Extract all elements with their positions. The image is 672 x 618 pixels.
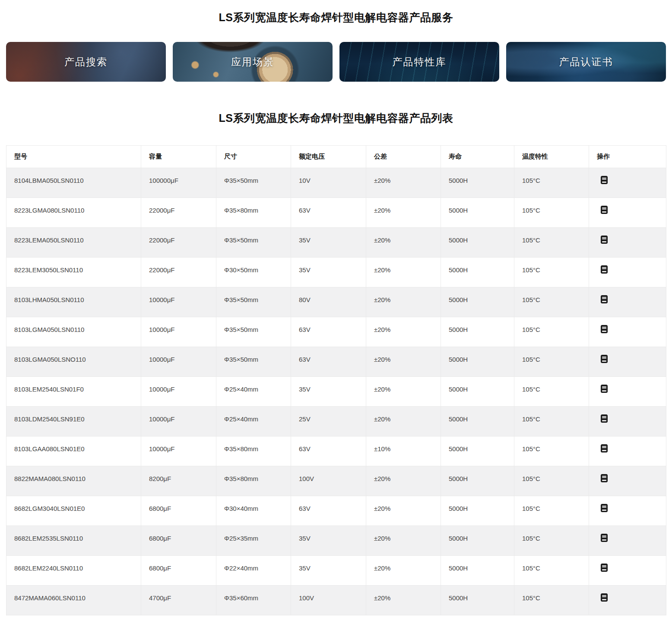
cell-size: Φ35×50mm bbox=[216, 347, 291, 377]
cell-size: Φ35×50mm bbox=[216, 228, 291, 258]
cell-tolerance: ±20% bbox=[366, 258, 441, 287]
view-detail-button[interactable] bbox=[601, 236, 608, 244]
book-icon bbox=[601, 295, 608, 303]
book-icon bbox=[601, 564, 608, 572]
cell-tolerance: ±20% bbox=[366, 287, 441, 317]
nav-card-application-scenarios[interactable]: 应用场景 bbox=[173, 42, 333, 82]
cell-action bbox=[589, 436, 666, 466]
cell-life: 5000H bbox=[441, 586, 514, 615]
cell-temp: 105°C bbox=[514, 198, 589, 228]
cell-capacity: 22000μF bbox=[141, 198, 216, 228]
cell-capacity: 8200μF bbox=[141, 466, 216, 496]
cell-temp: 105°C bbox=[514, 436, 589, 466]
cell-action bbox=[589, 228, 666, 258]
nav-card-label: 产品认证书 bbox=[559, 55, 613, 69]
view-detail-button[interactable] bbox=[601, 385, 608, 393]
cell-voltage: 35V bbox=[291, 377, 366, 407]
column-header-life: 寿命 bbox=[441, 146, 514, 168]
book-icon bbox=[601, 593, 608, 602]
cell-temp: 105°C bbox=[514, 556, 589, 586]
cell-size: Φ35×50mm bbox=[216, 287, 291, 317]
cell-life: 5000H bbox=[441, 258, 514, 287]
cell-capacity: 22000μF bbox=[141, 228, 216, 258]
book-icon bbox=[601, 355, 608, 363]
cell-action bbox=[589, 287, 666, 317]
cell-temp: 105°C bbox=[514, 317, 589, 347]
cell-model: 8103LGMA050LSN0110 bbox=[6, 317, 141, 347]
cell-action bbox=[589, 168, 666, 198]
cell-model: 8682LEM2240LSN0110 bbox=[6, 556, 141, 586]
view-detail-button[interactable] bbox=[601, 176, 608, 184]
view-detail-button[interactable] bbox=[601, 355, 608, 363]
view-detail-button[interactable] bbox=[601, 206, 608, 214]
cell-model: 8223LEMA050LSN0110 bbox=[6, 228, 141, 258]
cell-life: 5000H bbox=[441, 198, 514, 228]
cell-model: 8103LGAA080LSN01E0 bbox=[6, 436, 141, 466]
cell-voltage: 35V bbox=[291, 258, 366, 287]
table-body: 8104LBMA050LSN0110100000μFΦ35×50mm10V±20… bbox=[6, 168, 666, 615]
view-detail-button[interactable] bbox=[601, 474, 608, 482]
book-icon bbox=[601, 474, 608, 482]
cell-model: 8682LEM2535LSN0110 bbox=[6, 526, 141, 556]
table-row: 8822MAMA080LSN01108200μFΦ35×80mm100V±20%… bbox=[6, 466, 666, 496]
view-detail-button[interactable] bbox=[601, 564, 608, 572]
cell-tolerance: ±20% bbox=[366, 407, 441, 436]
cell-action bbox=[589, 198, 666, 228]
cell-action bbox=[589, 466, 666, 496]
view-detail-button[interactable] bbox=[601, 325, 608, 333]
cell-model: 8103LEM2540LSN01F0 bbox=[6, 377, 141, 407]
product-table: 型号 容量 尺寸 额定电压 公差 寿命 温度特性 操作 8104LBMA050L… bbox=[6, 145, 666, 615]
column-header-action: 操作 bbox=[589, 146, 666, 168]
view-detail-button[interactable] bbox=[601, 534, 608, 542]
view-detail-button[interactable] bbox=[601, 593, 608, 602]
cell-action bbox=[589, 556, 666, 586]
cell-life: 5000H bbox=[441, 496, 514, 526]
view-detail-button[interactable] bbox=[601, 504, 608, 512]
book-icon bbox=[601, 444, 608, 452]
cell-model: 8822MAMA080LSN0110 bbox=[6, 466, 141, 496]
nav-card-product-certificates[interactable]: 产品认证书 bbox=[506, 42, 666, 82]
cell-life: 5000H bbox=[441, 347, 514, 377]
cell-life: 5000H bbox=[441, 168, 514, 198]
book-icon bbox=[601, 265, 608, 274]
cell-temp: 105°C bbox=[514, 347, 589, 377]
cell-capacity: 10000μF bbox=[141, 347, 216, 377]
table-row: 8682LGM3040LSN01E06800μFΦ30×40mm63V±20%5… bbox=[6, 496, 666, 526]
cell-tolerance: ±20% bbox=[366, 228, 441, 258]
cell-size: Φ35×50mm bbox=[216, 317, 291, 347]
cell-size: Φ35×80mm bbox=[216, 466, 291, 496]
cell-tolerance: ±20% bbox=[366, 526, 441, 556]
nav-card-label: 应用场景 bbox=[231, 55, 274, 69]
view-detail-button[interactable] bbox=[601, 295, 608, 303]
cell-action bbox=[589, 377, 666, 407]
nav-card-product-search[interactable]: 产品搜索 bbox=[6, 42, 166, 82]
table-row: 8103LGAA080LSN01E010000μFΦ35×80mm63V±10%… bbox=[6, 436, 666, 466]
cell-voltage: 35V bbox=[291, 526, 366, 556]
cell-tolerance: ±20% bbox=[366, 586, 441, 615]
cell-size: Φ22×40mm bbox=[216, 556, 291, 586]
cell-voltage: 100V bbox=[291, 586, 366, 615]
view-detail-button[interactable] bbox=[601, 414, 608, 423]
cell-life: 5000H bbox=[441, 407, 514, 436]
cell-tolerance: ±20% bbox=[366, 466, 441, 496]
view-detail-button[interactable] bbox=[601, 265, 608, 274]
table-row: 8103LGMA050LSNO11010000μFΦ35×50mm63V±20%… bbox=[6, 347, 666, 377]
nav-card-label: 产品搜索 bbox=[64, 55, 108, 69]
cell-action bbox=[589, 407, 666, 436]
view-detail-button[interactable] bbox=[601, 444, 608, 452]
cell-size: Φ30×40mm bbox=[216, 496, 291, 526]
nav-card-product-characteristics[interactable]: 产品特性库 bbox=[339, 42, 499, 82]
cell-tolerance: ±20% bbox=[366, 556, 441, 586]
cell-life: 5000H bbox=[441, 317, 514, 347]
cell-capacity: 10000μF bbox=[141, 407, 216, 436]
cell-temp: 105°C bbox=[514, 526, 589, 556]
column-header-size: 尺寸 bbox=[216, 146, 291, 168]
book-icon bbox=[601, 504, 608, 512]
cell-life: 5000H bbox=[441, 377, 514, 407]
table-row: 8103LGMA050LSN011010000μFΦ35×50mm63V±20%… bbox=[6, 317, 666, 347]
cell-life: 5000H bbox=[441, 556, 514, 586]
cell-action bbox=[589, 258, 666, 287]
table-row: 8682LEM2240LSN01106800μFΦ22×40mm35V±20%5… bbox=[6, 556, 666, 586]
book-icon bbox=[601, 325, 608, 333]
cell-life: 5000H bbox=[441, 526, 514, 556]
